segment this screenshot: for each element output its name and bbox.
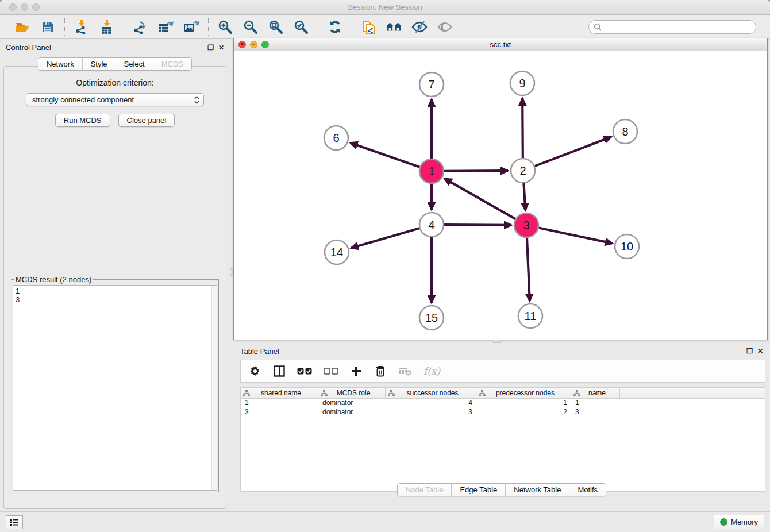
tab-node-table[interactable]: Node Table [398, 484, 452, 496]
column-header-name[interactable]: name [571, 388, 620, 398]
table-row[interactable]: 1dominator411 [241, 399, 765, 408]
edge-3-1[interactable] [445, 179, 515, 219]
edge-4-3[interactable] [444, 225, 511, 225]
cell-successor-nodes[interactable]: 3 [386, 408, 476, 417]
table-close-panel-icon[interactable]: ✕ [757, 348, 763, 354]
show-columns-icon[interactable] [273, 364, 286, 378]
network-maximize-icon[interactable]: + [261, 41, 269, 48]
tab-motifs[interactable]: Motifs [569, 484, 606, 496]
deselect-all-icon[interactable] [324, 364, 338, 378]
tab-edge-table[interactable]: Edge Table [451, 484, 505, 496]
float-panel-icon[interactable]: ❐ [207, 44, 214, 51]
tab-network-table[interactable]: Network Table [505, 484, 569, 496]
tab-mcds[interactable]: MCDS [153, 58, 191, 70]
zoom-window-button[interactable] [32, 3, 40, 11]
minimize-window-button[interactable] [21, 3, 28, 11]
save-session-icon[interactable] [39, 18, 56, 36]
node-label-8: 8 [622, 125, 628, 138]
list-icon [10, 518, 19, 526]
search-icon [594, 23, 602, 31]
edge-2-3[interactable] [523, 183, 525, 210]
memory-button[interactable]: Memory [714, 515, 764, 529]
export-image-icon[interactable] [183, 18, 200, 36]
zoom-in-icon[interactable] [217, 18, 234, 36]
cell-MCDS-role[interactable]: dominator [318, 399, 386, 408]
clone-network-icon[interactable] [360, 18, 378, 36]
houses-icon[interactable] [386, 18, 403, 36]
app-window: Session: New Session [0, 0, 770, 532]
column-header-shared-name[interactable]: shared name [241, 388, 318, 398]
edge-3-10[interactable] [539, 228, 613, 244]
network-minimize-icon[interactable]: − [250, 41, 257, 48]
cell-shared-name[interactable]: 3 [241, 408, 318, 417]
close-panel-button[interactable]: Close panel [118, 114, 175, 127]
delete-column-icon[interactable] [374, 364, 387, 378]
refresh-icon[interactable] [326, 18, 344, 36]
search-input[interactable] [605, 23, 751, 31]
table-panel-title: Table Panel [240, 347, 279, 356]
mcds-result-textarea[interactable]: 1 3 [13, 285, 217, 491]
edge-1-2[interactable] [444, 171, 508, 171]
table-float-panel-icon[interactable]: ❐ [746, 348, 753, 354]
node-label-3: 3 [523, 219, 529, 232]
memory-status-dot [720, 518, 727, 526]
search-field[interactable] [588, 20, 756, 34]
add-column-icon[interactable] [350, 364, 363, 378]
tab-network[interactable]: Network [38, 58, 82, 70]
network-close-icon[interactable]: ✕ [238, 41, 246, 48]
edge-2-9[interactable] [522, 98, 523, 158]
table-body: 1dominator4113dominator323 [241, 399, 765, 417]
select-all-icon[interactable] [297, 364, 312, 378]
column-header-predecessor-nodes[interactable]: predecessor nodes [476, 388, 571, 398]
delete-table-icon[interactable] [398, 364, 412, 378]
search-area [580, 20, 764, 34]
column-header-successor-nodes[interactable]: successor nodes [386, 388, 476, 398]
eye-icon[interactable] [436, 18, 453, 36]
status-bar: Memory [0, 511, 770, 532]
cell-predecessor-nodes[interactable]: 1 [476, 399, 571, 408]
export-table-icon[interactable] [157, 18, 175, 36]
zoom-selected-icon[interactable] [292, 18, 310, 36]
edge-3-11[interactable] [527, 238, 530, 301]
task-history-button[interactable] [6, 515, 23, 529]
cell-shared-name[interactable]: 1 [241, 399, 318, 408]
result-scrollbar[interactable] [211, 286, 217, 490]
eye-slash-icon[interactable] [411, 18, 428, 36]
node-label-6: 6 [333, 132, 339, 144]
zoom-fit-icon[interactable] [267, 18, 284, 36]
criterion-dropdown[interactable]: strongly connected component [26, 93, 204, 106]
optimization-criterion-label: Optimization criterion: [9, 78, 221, 87]
horizontal-splitter-handle[interactable] [493, 340, 501, 343]
column-header-MCDS-role[interactable]: MCDS role [318, 388, 386, 398]
run-mcds-button[interactable]: Run MCDS [55, 114, 110, 127]
table-settings-gear-icon[interactable] [249, 364, 261, 378]
cell-predecessor-nodes[interactable]: 2 [476, 408, 571, 417]
mcds-result-group: MCDS result (2 nodes) 1 3 [11, 275, 219, 492]
cell-name[interactable]: 1 [571, 399, 620, 408]
cell-successor-nodes[interactable]: 4 [386, 399, 476, 408]
network-canvas[interactable]: 7968124314101511 [234, 51, 767, 339]
close-panel-icon[interactable]: ✕ [218, 44, 224, 51]
edge-4-14[interactable] [351, 228, 419, 248]
zoom-out-icon[interactable] [242, 18, 259, 36]
tab-style[interactable]: Style [82, 58, 116, 70]
export-network-icon[interactable] [132, 18, 149, 36]
table-row[interactable]: 3dominator323 [241, 408, 765, 417]
close-window-button[interactable] [9, 3, 17, 11]
open-session-icon[interactable] [14, 18, 31, 36]
control-panel: Control Panel ❐ ✕ NetworkStyleSelectMCDS… [0, 40, 230, 511]
network-window-titlebar[interactable]: ✕ − + scc.txt [234, 38, 767, 51]
import-table-icon[interactable] [98, 18, 116, 36]
tab-select[interactable]: Select [116, 58, 153, 70]
function-builder-icon[interactable]: f(x) [424, 364, 440, 378]
import-network-icon[interactable] [73, 18, 90, 36]
window-controls [9, 3, 40, 11]
node-label-15: 15 [425, 311, 438, 324]
cell-MCDS-role[interactable]: dominator [318, 408, 386, 417]
edge-2-8[interactable] [535, 137, 611, 166]
titlebar: Session: New Session [0, 0, 770, 15]
table-toolbar: f(x) [240, 360, 765, 383]
edge-1-6[interactable] [351, 143, 420, 167]
dropdown-stepper-icon [194, 95, 200, 105]
cell-name[interactable]: 3 [571, 408, 620, 417]
